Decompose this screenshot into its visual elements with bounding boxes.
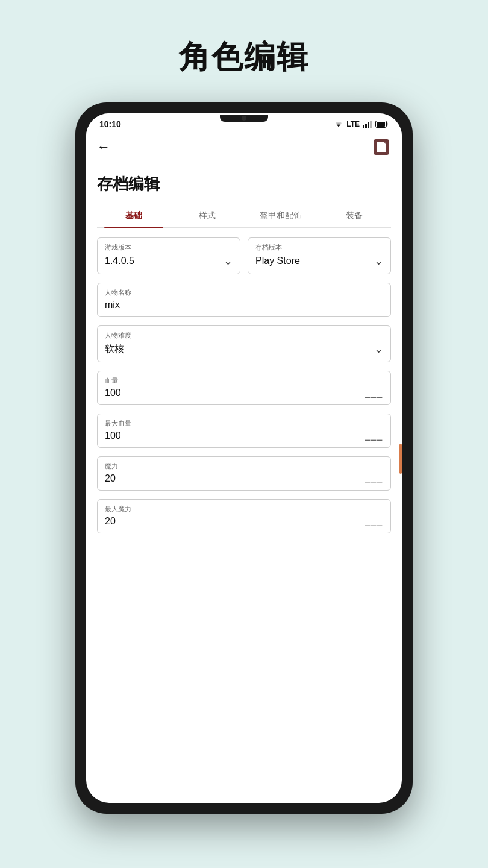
signal-icon (363, 121, 372, 128)
lte-label: LTE (346, 120, 360, 128)
version-row: 游戏版本 1.4.0.5 ⌄ 存档版本 Play Store ⌄ (97, 237, 391, 274)
page-title: 角色编辑 (179, 36, 309, 78)
phone-screen: 10:10 LTE (86, 113, 402, 803)
max-mana-field[interactable]: 最大魔力 20 ⎯⎯⎯ (97, 499, 391, 533)
max-hp-field[interactable]: 最大血量 100 ⎯⎯⎯ (97, 414, 391, 448)
camera-notch (220, 115, 268, 122)
character-name-value: mix (105, 300, 383, 310)
status-time: 10:10 (99, 119, 121, 129)
difficulty-value: 软核 ⌄ (105, 342, 383, 356)
character-name-label: 人物名称 (105, 288, 383, 297)
save-button[interactable] (372, 137, 391, 157)
battery-icon (375, 121, 389, 128)
status-icons: LTE (334, 120, 389, 128)
svg-rect-1 (365, 124, 367, 128)
mana-adjuster[interactable]: ⎯⎯⎯ (365, 474, 383, 483)
tab-basics[interactable]: 基础 (97, 204, 170, 227)
difficulty-field[interactable]: 人物难度 软核 ⌄ (97, 326, 391, 362)
tab-equipment[interactable]: 装备 (318, 204, 391, 227)
game-version-value: 1.4.0.5 ⌄ (105, 254, 233, 268)
max-mana-label: 最大魔力 (105, 505, 383, 514)
svg-rect-0 (363, 125, 364, 128)
mana-label: 魔力 (105, 462, 383, 471)
mana-field[interactable]: 魔力 20 ⎯⎯⎯ (97, 456, 391, 491)
save-icon (374, 139, 389, 155)
svg-rect-7 (380, 148, 383, 151)
mana-value: 20 ⎯⎯⎯ (105, 473, 383, 484)
max-hp-value: 100 ⎯⎯⎯ (105, 430, 383, 441)
scroll-indicator (399, 444, 402, 474)
floppy-icon (376, 142, 387, 153)
toolbar: ← (86, 133, 402, 162)
hp-field[interactable]: 血量 100 ⎯⎯⎯ (97, 371, 391, 405)
hp-label: 血量 (105, 376, 383, 385)
save-version-field[interactable]: 存档版本 Play Store ⌄ (248, 237, 391, 274)
character-name-field[interactable]: 人物名称 mix (97, 283, 391, 317)
section-title: 存档编辑 (97, 174, 391, 195)
max-hp-label: 最大血量 (105, 419, 383, 428)
max-mana-adjuster[interactable]: ⎯⎯⎯ (365, 517, 383, 526)
max-hp-adjuster[interactable]: ⎯⎯⎯ (365, 431, 383, 441)
game-version-chevron: ⌄ (224, 254, 233, 268)
save-version-label: 存档版本 (255, 243, 383, 252)
svg-rect-3 (370, 121, 372, 128)
content-area: 存档编辑 基础 样式 盔甲和配饰 装备 游戏版本 1.4.0.5 ⌄ 存档版 (86, 162, 402, 803)
save-version-chevron: ⌄ (374, 254, 383, 268)
game-version-field[interactable]: 游戏版本 1.4.0.5 ⌄ (97, 237, 240, 274)
camera-dot (242, 116, 246, 121)
hp-adjuster[interactable]: ⎯⎯⎯ (365, 388, 383, 398)
svg-rect-2 (368, 122, 369, 128)
tab-style[interactable]: 样式 (170, 204, 244, 227)
tabs-bar: 基础 样式 盔甲和配饰 装备 (97, 204, 391, 228)
hp-value: 100 ⎯⎯⎯ (105, 388, 383, 398)
tab-armor[interactable]: 盔甲和配饰 (244, 204, 318, 227)
game-version-label: 游戏版本 (105, 243, 233, 252)
difficulty-label: 人物难度 (105, 331, 383, 340)
save-version-value: Play Store ⌄ (255, 254, 383, 268)
difficulty-chevron: ⌄ (374, 342, 383, 356)
wifi-icon (334, 121, 343, 128)
svg-rect-5 (377, 122, 385, 127)
max-mana-value: 20 ⎯⎯⎯ (105, 516, 383, 527)
back-button[interactable]: ← (97, 139, 110, 155)
phone-frame: 10:10 LTE (75, 102, 413, 814)
